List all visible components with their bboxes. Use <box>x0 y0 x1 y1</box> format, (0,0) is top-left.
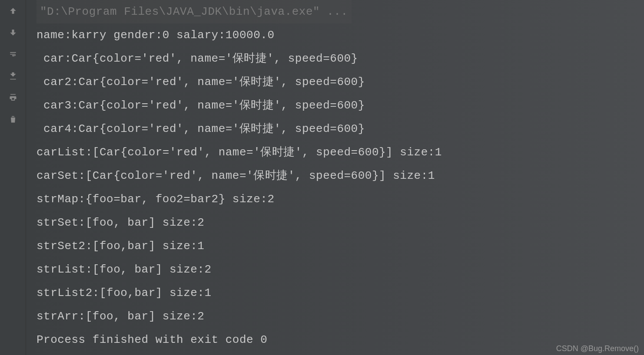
output-line: car4:Car{color='red', name='保时捷', speed=… <box>37 117 644 141</box>
output-line: Process finished with exit code 0 <box>37 328 644 352</box>
command-line: "D:\Program Files\JAVA_JDK\bin\java.exe"… <box>37 0 352 23</box>
output-line: strMap:{foo=bar, foo2=bar2} size:2 <box>37 187 644 211</box>
output-line: car3:Car{color='red', name='保时捷', speed=… <box>37 94 644 117</box>
output-line: strSet:[foo, bar] size:2 <box>37 211 644 234</box>
output-line: car:Car{color='red', name='保时捷', speed=6… <box>37 47 644 70</box>
scroll-down-icon[interactable] <box>8 27 18 38</box>
output-line: strSet2:[foo,bar] size:1 <box>37 234 644 258</box>
soft-wrap-icon[interactable] <box>8 49 18 59</box>
output-line: car2:Car{color='red', name='保时捷', speed=… <box>37 70 644 94</box>
output-line: name:karry gender:0 salary:10000.0 <box>37 23 644 47</box>
output-line: carList:[Car{color='red', name='保时捷', sp… <box>37 141 644 164</box>
output-line: strList2:[foo,bar] size:1 <box>37 281 644 305</box>
output-line: strArr:[foo, bar] size:2 <box>37 305 644 328</box>
console-toolbar <box>0 0 26 355</box>
clear-icon[interactable] <box>8 114 18 125</box>
scroll-up-icon[interactable] <box>8 6 18 16</box>
output-line: strList:[foo, bar] size:2 <box>37 258 644 281</box>
console-output[interactable]: "D:\Program Files\JAVA_JDK\bin\java.exe"… <box>26 0 644 355</box>
scroll-to-end-icon[interactable] <box>8 71 18 81</box>
output-line: carSet:[Car{color='red', name='保时捷', spe… <box>37 164 644 187</box>
watermark-text: CSDN @Bug.Remove() <box>556 344 639 353</box>
print-icon[interactable] <box>8 92 18 103</box>
